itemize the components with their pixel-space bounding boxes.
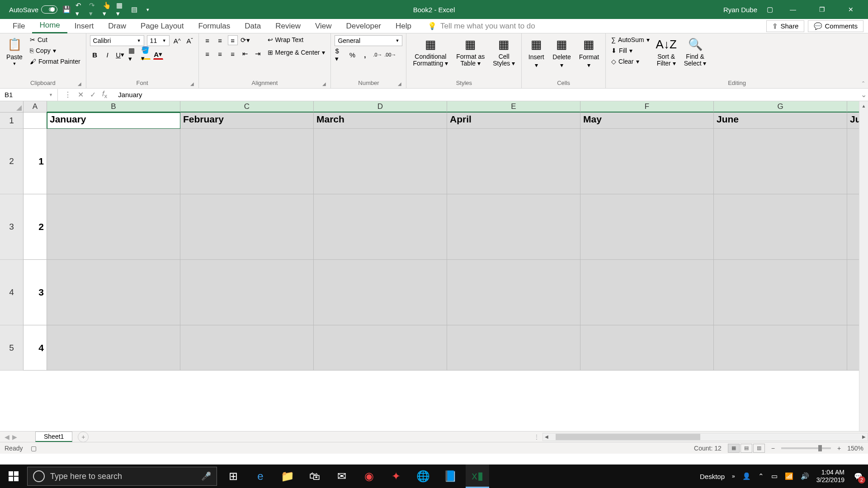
tab-split-icon[interactable]: ⋮ [531,433,542,441]
conditional-formatting-button[interactable]: ▦ConditionalFormatting ▾ [410,35,451,68]
tab-data[interactable]: Data [237,19,268,33]
overflow-icon[interactable]: » [732,473,735,479]
minimize-button[interactable]: — [783,0,803,19]
font-name-select[interactable]: Calibri▼ [90,35,144,46]
format-cells-button[interactable]: ▦Format▾ [576,35,602,70]
cell-B4[interactable] [47,260,180,325]
mic-icon[interactable]: 🎤 [201,471,211,481]
cell-D3[interactable] [314,194,447,260]
tell-me-search[interactable]: 💡 Tell me what you want to do [428,22,535,31]
row-header-2[interactable]: 2 [0,129,24,194]
user-name[interactable]: Ryan Dube [723,6,757,14]
cell-G2[interactable] [714,129,847,194]
scroll-up-icon[interactable]: ▲ [859,101,868,110]
share-button[interactable]: ⇪Share [766,20,804,32]
sheet-nav[interactable]: ◀▶ [0,433,22,441]
fill-color-button[interactable]: 🪣▾ [141,50,151,60]
align-center-icon[interactable]: ≡ [215,49,225,59]
cell-D2[interactable] [314,129,447,194]
qat-icon-1[interactable]: ▦ ▾ [116,5,125,14]
clear-button[interactable]: ◇Clear ▾ [609,57,651,66]
cell-styles-button[interactable]: ▦CellStyles ▾ [490,35,518,68]
start-button[interactable] [0,465,27,488]
zoom-slider[interactable] [781,447,831,449]
page-break-view-button[interactable]: ▥ [753,444,765,453]
qat-customize-icon[interactable]: ▾ [143,5,152,14]
cell-E5[interactable] [447,325,580,371]
cell-C3[interactable] [180,194,314,260]
align-bottom-icon[interactable]: ≡ [228,35,238,45]
wifi-icon[interactable]: 📶 [785,472,793,480]
column-header-G[interactable]: G [714,101,847,113]
row-header-5[interactable]: 5 [0,325,24,371]
cell-A5[interactable]: 4 [24,325,47,371]
ribbon-display-icon[interactable]: ▢ [765,5,774,14]
tab-developer[interactable]: Developer [339,19,389,33]
tab-formulas[interactable]: Formulas [191,19,237,33]
align-right-icon[interactable]: ≡ [228,49,238,59]
wrap-text-button[interactable]: ↩Wrap Text [266,35,327,44]
macro-record-icon[interactable]: ▢ [31,445,37,452]
merge-center-button[interactable]: ⊞Merge & Center ▾ [266,48,327,57]
normal-view-button[interactable]: ▦ [728,444,740,453]
tab-insert[interactable]: Insert [67,19,101,33]
cell-G1[interactable]: June [714,113,847,129]
border-button[interactable]: ▦ ▾ [128,50,138,60]
column-header-A[interactable]: A [24,101,47,113]
cell-A3[interactable]: 2 [24,194,47,260]
cell-C1[interactable]: February [180,113,314,129]
cell-G3[interactable] [714,194,847,260]
cell-A4[interactable]: 3 [24,260,47,325]
qat-icon-2[interactable]: ▤ [130,5,139,14]
expand-formula-icon[interactable]: ⌄ [859,90,868,99]
align-middle-icon[interactable]: ≡ [215,35,225,45]
decrease-decimal-icon[interactable]: .00→ [385,50,395,60]
sort-filter-button[interactable]: A↓ZSort &Filter ▾ [654,35,679,68]
battery-icon[interactable]: ▭ [771,472,778,480]
sheet-tab-sheet1[interactable]: Sheet1 [35,432,72,442]
column-header-C[interactable]: C [180,101,314,113]
decrease-font-icon[interactable]: Aˇ [185,36,195,46]
cancel-icon[interactable]: ✕ [78,90,84,99]
chrome-icon[interactable]: 🌐 [411,465,435,488]
launcher-icon[interactable]: ◢ [398,81,401,86]
cell-A1[interactable] [24,113,47,129]
column-header-F[interactable]: F [580,101,714,113]
delete-cells-button[interactable]: ▦Delete▾ [550,35,573,70]
save-icon[interactable]: 💾 [62,5,71,14]
tab-draw[interactable]: Draw [101,19,133,33]
tab-help[interactable]: Help [388,19,419,33]
launcher-icon[interactable]: ◢ [190,81,194,86]
increase-indent-icon[interactable]: ⇥ [253,49,263,59]
align-left-icon[interactable]: ≡ [203,49,212,59]
store-icon[interactable]: 🛍 [303,465,326,488]
cell-B1[interactable]: January [47,113,180,129]
next-sheet-icon[interactable]: ▶ [12,433,17,441]
increase-decimal-icon[interactable]: .0→ [373,50,382,60]
autosave-toggle[interactable]: AutoSave Off [9,5,57,14]
cell-C5[interactable] [180,325,314,371]
tab-view[interactable]: View [308,19,339,33]
launcher-icon[interactable]: ◢ [322,81,326,86]
cell-B5[interactable] [47,325,180,371]
cell-F2[interactable] [580,129,714,194]
cell-F5[interactable] [580,325,714,371]
row-header-3[interactable]: 3 [0,194,24,260]
scroll-thumb[interactable] [556,434,700,440]
font-color-button[interactable]: A▾ [153,50,163,60]
cell-B2[interactable] [47,129,180,194]
volume-icon[interactable]: 🔊 [801,472,809,480]
paste-button[interactable]: 📋 Paste▼ [4,35,25,67]
touch-mode-icon[interactable]: 👆▾ [103,5,112,14]
fill-button[interactable]: ⬇Fill ▾ [609,46,651,55]
vivaldi-icon[interactable]: ◉ [357,465,381,488]
vertical-scrollbar[interactable]: ▲ [859,101,868,431]
clock[interactable]: 1:04 AM 3/22/2019 [816,469,844,484]
splitter-icon[interactable]: ⋮ [64,90,71,99]
tab-page-layout[interactable]: Page Layout [133,19,191,33]
mail-icon[interactable]: ✉ [330,465,354,488]
cell-E4[interactable] [447,260,580,325]
close-button[interactable]: ✕ [840,0,861,19]
spreadsheet-grid[interactable]: ABCDEFG 12345 JanuaryFebruaryMarchAprilM… [0,101,868,431]
cell-E3[interactable] [447,194,580,260]
